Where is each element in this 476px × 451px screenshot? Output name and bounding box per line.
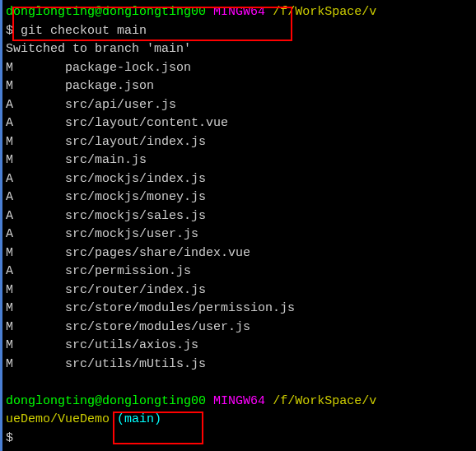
prompt-at: @ (95, 394, 102, 408)
file-status-row: A src/mockjs/index.js (6, 170, 473, 189)
prompt-env: MINGW64 (213, 5, 265, 19)
blank-line (6, 374, 473, 393)
command-line[interactable]: $ git checkout main (6, 22, 473, 41)
file-status-row: M src/utils/mUtils.js (6, 356, 473, 374)
file-status-list: M package-lock.jsonM package.jsonA src/a… (6, 59, 473, 374)
file-status-row: M package.json (6, 77, 473, 96)
prompt-line-2a: donglongting@donglongting00 MINGW64 /f/W… (6, 393, 473, 411)
file-status-row: M package-lock.json (6, 59, 473, 78)
file-status-row: A src/mockjs/user.js (6, 226, 473, 244)
file-status-row: A src/layout/content.vue (6, 114, 473, 133)
prompt-path-cont: ueDemo/VueDemo (6, 412, 110, 426)
file-status-row: M src/utils/axios.js (6, 337, 473, 356)
prompt-host: donglongting00 (102, 5, 206, 19)
prompt-line-1: donglongting@donglongting00 MINGW64 /f/W… (6, 3, 473, 22)
prompt-env: MINGW64 (213, 394, 265, 408)
prompt-dollar[interactable]: $ (6, 430, 473, 449)
file-status-row: M src/layout/index.js (6, 133, 473, 152)
file-status-row: M src/router/index.js (6, 281, 473, 300)
branch-indicator: (main) (110, 412, 161, 426)
file-status-row: M src/pages/share/index.vue (6, 244, 473, 263)
prompt-host: donglongting00 (102, 394, 206, 408)
file-status-row: M src/store/modules/user.js (6, 318, 473, 337)
prompt-user: donglongting (6, 5, 95, 19)
file-status-row: A src/api/user.js (6, 96, 473, 115)
prompt-path: /f/WorkSpace/v (273, 5, 376, 19)
file-status-row: A src/mockjs/money.js (6, 188, 473, 207)
file-status-row: A src/permission.js (6, 263, 473, 281)
prompt-at: @ (95, 5, 102, 19)
file-status-row: M src/store/modules/permission.js (6, 300, 473, 318)
file-status-row: A src/mockjs/sales.js (6, 207, 473, 226)
prompt-line-2b: ueDemo/VueDemo (main) (6, 411, 473, 430)
prompt-user: donglongting (6, 394, 95, 408)
prompt-path: /f/WorkSpace/v (273, 394, 376, 408)
file-status-row: M src/main.js (6, 151, 473, 170)
output-switched: Switched to branch 'main' (6, 40, 473, 59)
